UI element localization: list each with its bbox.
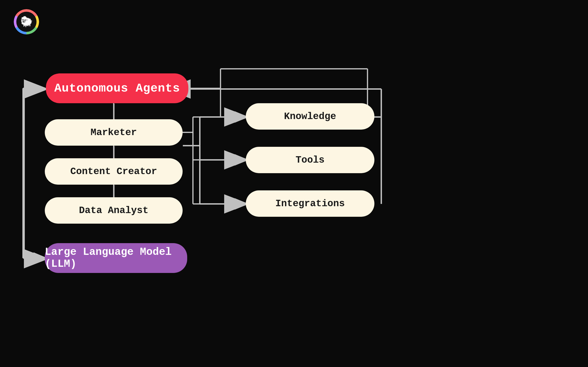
knowledge-node: Knowledge xyxy=(246,103,374,130)
marketer-label: Marketer xyxy=(90,127,137,138)
data-analyst-label: Data Analyst xyxy=(79,205,148,216)
logo: 🐑 xyxy=(14,9,39,34)
content-creator-label: Content Creator xyxy=(70,166,157,177)
tools-label: Tools xyxy=(296,155,325,166)
integrations-node: Integrations xyxy=(246,190,374,217)
content-creator-node: Content Creator xyxy=(45,158,183,185)
marketer-node: Marketer xyxy=(45,119,183,146)
knowledge-label: Knowledge xyxy=(284,111,336,122)
autonomous-agents-label: Autonomous Agents xyxy=(54,82,180,95)
autonomous-agents-node: Autonomous Agents xyxy=(46,73,188,103)
llm-label: Large Language Model (LLM) xyxy=(45,246,187,270)
tools-node: Tools xyxy=(246,147,374,173)
llm-node: Large Language Model (LLM) xyxy=(45,243,187,273)
diagram: Autonomous Agents Marketer Content Creat… xyxy=(0,37,588,367)
integrations-label: Integrations xyxy=(275,198,345,209)
data-analyst-node: Data Analyst xyxy=(45,197,183,224)
logo-icon: 🐑 xyxy=(16,12,36,32)
